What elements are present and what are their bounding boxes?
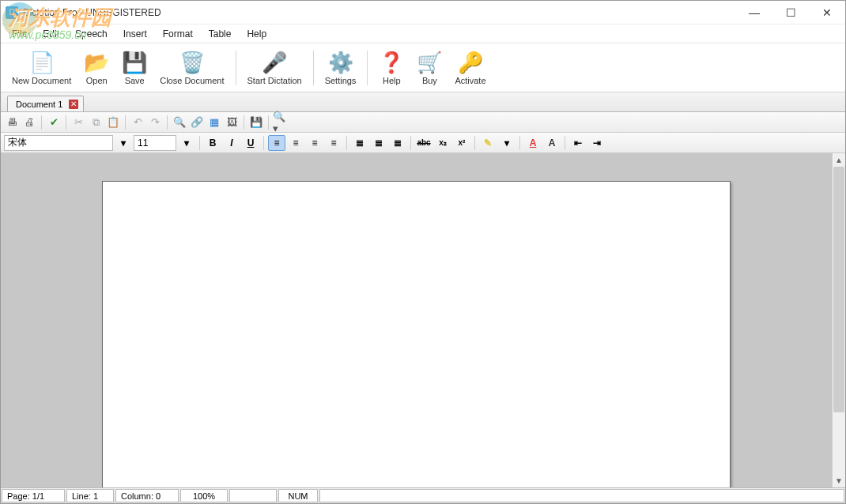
separator: [268, 115, 269, 130]
print-preview-icon[interactable]: 🖨: [21, 115, 37, 130]
status-column: Column: 0: [115, 489, 179, 502]
menu-insert[interactable]: Insert: [115, 27, 155, 41]
font-color-button[interactable]: A: [524, 135, 542, 151]
menu-format[interactable]: Format: [155, 27, 201, 41]
separator: [244, 115, 244, 130]
gear-icon: ⚙️: [328, 51, 353, 76]
close-document-icon: 🗑️: [179, 51, 205, 76]
help-button[interactable]: ❓ Help: [372, 46, 410, 90]
separator: [41, 115, 42, 130]
status-page: Page: 1/1: [2, 489, 65, 502]
table-icon[interactable]: ▦: [206, 115, 222, 130]
align-left-button[interactable]: ≡: [268, 135, 285, 151]
separator: [519, 136, 520, 150]
key-icon: 🔑: [458, 51, 483, 76]
increase-indent-button[interactable]: ⇥: [588, 135, 606, 151]
help-icon: ❓: [379, 51, 404, 76]
scroll-track[interactable]: [833, 167, 845, 474]
microphone-icon: 🎤: [262, 51, 287, 76]
document-tabs: Document 1 ✕: [1, 92, 845, 112]
open-button[interactable]: 📂 Open: [77, 46, 115, 90]
vertical-scrollbar[interactable]: ▲ ▼: [832, 153, 845, 487]
decrease-indent-button[interactable]: ⇤: [569, 135, 587, 151]
superscript-button[interactable]: x²: [453, 135, 470, 151]
save-icon: 💾: [122, 51, 147, 76]
separator: [474, 136, 475, 150]
activate-button[interactable]: 🔑 Activate: [448, 46, 492, 90]
settings-button[interactable]: ⚙️ Settings: [319, 46, 363, 90]
separator: [199, 136, 200, 150]
menu-edit[interactable]: Edit: [35, 27, 67, 41]
number-list-button[interactable]: ≣: [370, 135, 387, 151]
tab-document-1[interactable]: Document 1 ✕: [7, 96, 84, 111]
bold-button[interactable]: B: [204, 135, 221, 151]
link-icon[interactable]: 🔗: [189, 115, 205, 130]
copy-icon[interactable]: ⧉: [88, 115, 104, 130]
close-button[interactable]: ✕: [809, 1, 845, 24]
separator: [565, 136, 565, 150]
start-dictation-button[interactable]: 🎤 Start Dictation: [241, 46, 308, 90]
font-size-select[interactable]: [134, 135, 176, 151]
app-icon: D: [6, 6, 18, 19]
scroll-thumb[interactable]: [833, 167, 844, 412]
separator: [66, 115, 66, 130]
window-title: Dictation Pro - UNREGISTERED: [23, 7, 736, 18]
close-tab-icon[interactable]: ✕: [69, 100, 78, 109]
scroll-up-icon[interactable]: ▲: [833, 153, 845, 167]
document-page[interactable]: [102, 181, 731, 487]
spellcheck-icon[interactable]: ✔: [46, 115, 62, 130]
menu-speech[interactable]: Speech: [67, 27, 115, 41]
open-icon: 📂: [84, 51, 109, 76]
save-button[interactable]: 💾 Save: [115, 46, 153, 90]
align-right-button[interactable]: ≡: [306, 135, 323, 151]
status-blank-1: [229, 489, 277, 502]
save-small-icon[interactable]: 💾: [248, 115, 264, 130]
new-document-button[interactable]: 📄 New Document: [6, 46, 77, 90]
standard-toolbar: 🖶 🖨 ✔ ✂ ⧉ 📋 ↶ ↷ 🔍 🔗 ▦ 🖼 💾 🔍▾: [1, 112, 845, 133]
menu-help[interactable]: Help: [239, 27, 274, 41]
separator: [167, 115, 168, 130]
find-icon[interactable]: 🔍: [172, 115, 187, 130]
undo-icon[interactable]: ↶: [130, 115, 145, 130]
bullet-list-button[interactable]: ≣: [351, 135, 368, 151]
status-spacer: [319, 489, 844, 502]
size-dropdown-icon[interactable]: ▾: [178, 135, 195, 151]
close-document-button[interactable]: 🗑️ Close Document: [153, 46, 230, 90]
toolbar-separator: [236, 51, 236, 85]
status-num: NUM: [278, 489, 318, 502]
print-icon[interactable]: 🖶: [4, 115, 20, 130]
format-toolbar: ▾ ▾ B I U ≡ ≡ ≡ ≡ ≣ ≣ ≣ abc x₂ x² ✎ ▾ A …: [1, 133, 845, 153]
buy-button[interactable]: 🛒 Buy: [410, 46, 448, 90]
status-line: Line: 1: [66, 489, 114, 502]
tab-label: Document 1: [16, 100, 62, 109]
minimize-button[interactable]: —: [736, 1, 772, 24]
paste-icon[interactable]: 📋: [105, 115, 121, 130]
status-zoom[interactable]: 100%: [180, 489, 228, 502]
background-color-button[interactable]: A: [543, 135, 561, 151]
align-center-button[interactable]: ≡: [287, 135, 304, 151]
checklist-button[interactable]: ≣: [389, 135, 406, 151]
editor-area: ▲ ▼: [1, 153, 845, 487]
redo-icon[interactable]: ↷: [147, 115, 163, 130]
image-icon[interactable]: 🖼: [224, 115, 240, 130]
menu-file[interactable]: File: [4, 27, 35, 41]
maximize-button[interactable]: ☐: [772, 1, 809, 24]
subscript-button[interactable]: x₂: [434, 135, 451, 151]
zoom-icon[interactable]: 🔍▾: [273, 115, 289, 130]
highlight-button[interactable]: ✎: [479, 135, 497, 151]
main-toolbar: 📄 New Document 📂 Open 💾 Save 🗑️ Close Do…: [1, 43, 845, 92]
separator: [125, 115, 126, 130]
font-dropdown-icon[interactable]: ▾: [115, 135, 132, 151]
page-viewport[interactable]: [1, 153, 832, 487]
italic-button[interactable]: I: [223, 135, 240, 151]
menu-table[interactable]: Table: [201, 27, 240, 41]
highlight-dropdown-icon[interactable]: ▾: [498, 135, 516, 151]
new-document-icon: 📄: [29, 51, 55, 76]
strikethrough-button[interactable]: abc: [415, 135, 432, 151]
cut-icon[interactable]: ✂: [70, 115, 86, 130]
align-justify-button[interactable]: ≡: [325, 135, 342, 151]
font-family-select[interactable]: [4, 135, 113, 151]
underline-button[interactable]: U: [242, 135, 259, 151]
toolbar-separator: [367, 51, 368, 85]
scroll-down-icon[interactable]: ▼: [833, 474, 845, 487]
